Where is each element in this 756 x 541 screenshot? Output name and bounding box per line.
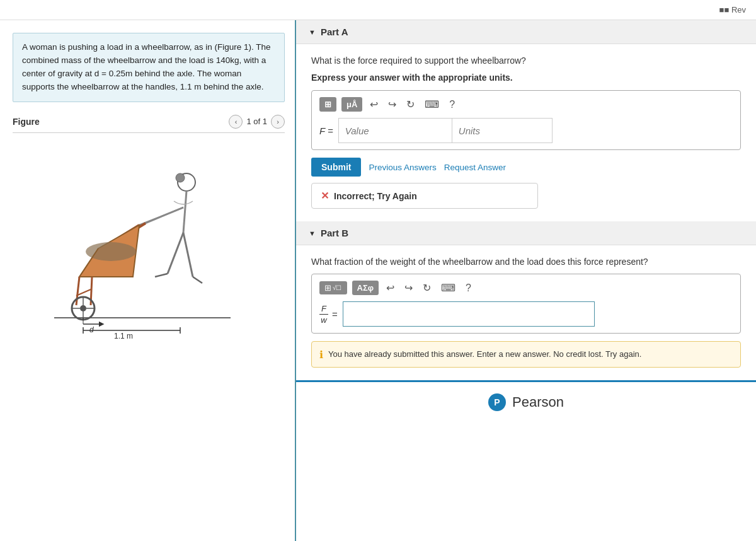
part-b-answer-box: ⊞ √☐ ΑΣφ ↩ ↪ ↻ ⌨ ? [311,274,741,334]
part-b-toolbar: ⊞ √☐ ΑΣφ ↩ ↪ ↻ ⌨ ? [319,281,733,295]
part-a-value-input[interactable] [338,118,452,143]
mu-icon: μÅ [346,100,357,109]
frac-numerator: F [321,305,326,313]
part-a-section: ▼ Part A What is the force required to s… [296,20,756,221]
frac-bar [319,314,328,315]
part-a-help-btn[interactable]: ? [447,98,457,112]
figure-title: Figure [13,117,40,127]
pearson-logo: P [488,393,506,411]
matrix-icon: ⊞ [324,100,331,109]
rev-label: ■■ Rev [719,5,746,15]
part-a-collapse-icon[interactable]: ▼ [309,28,316,36]
top-bar: ■■ Rev [0,0,756,20]
part-b-content: What fraction of the weight of the wheel… [296,245,756,380]
part-b-fraction-label: F w [319,305,328,324]
part-b-undo-btn[interactable]: ↩ [384,281,397,295]
figure-nav: ‹ 1 of 1 › [229,115,285,129]
part-a-content: What is the force required to support th… [296,44,756,221]
part-a-result-text: Incorrect; Try Again [334,191,417,201]
part-b-header: ▼ Part B [296,221,756,245]
part-a-toolbar: ⊞ μÅ ↩ ↪ ↻ ⌨ ? [319,97,733,112]
part-a-keyboard-btn[interactable]: ⌨ [422,97,442,112]
svg-line-15 [76,277,79,305]
next-figure-button[interactable]: › [271,115,285,129]
figure-section: Figure ‹ 1 of 1 › [13,115,285,541]
svg-line-8 [193,277,202,283]
svg-point-13 [86,242,136,261]
part-b-warning-text: You have already submitted this answer. … [328,348,641,361]
figure-image: d 1.1 m [13,138,285,340]
pearson-initial: P [494,397,500,407]
part-b-warning-box: ℹ You have already submitted this answer… [311,341,741,368]
part-b-title: Part B [321,228,348,238]
pearson-footer: P Pearson [296,380,756,419]
part-a-actions: Submit Previous Answers Request Answer [311,158,741,177]
part-b-matrix-icon: ⊞ [324,283,331,293]
svg-line-7 [168,233,183,274]
part-a-prev-answers-link[interactable]: Previous Answers [369,163,436,172]
prev-figure-button[interactable]: ‹ [229,115,243,129]
svg-text:1.1 m: 1.1 m [114,332,133,340]
part-a-mu-btn[interactable]: μÅ [341,97,362,112]
part-a-title: Part A [321,26,348,37]
part-a-question: What is the force required to support th… [311,54,741,67]
part-a-instruction: Express your answer with the appropriate… [311,73,741,83]
part-a-refresh-btn[interactable]: ↻ [404,97,417,112]
part-b-equals: = [332,309,338,320]
result-x-icon: ✕ [321,190,329,202]
svg-line-3 [183,191,186,233]
part-b-collapse-icon[interactable]: ▼ [309,230,316,237]
frac-denominator: w [321,316,326,324]
svg-line-5 [139,207,183,225]
svg-point-2 [176,173,185,182]
part-b-keyboard-btn[interactable]: ⌨ [438,281,458,295]
part-a-submit-button[interactable]: Submit [311,158,361,177]
part-a-header: ▼ Part A [296,20,756,44]
part-b-sigma-btn[interactable]: ΑΣφ [352,281,379,295]
part-b-refresh-btn[interactable]: ↻ [420,281,433,295]
part-a-matrix-btn[interactable]: ⊞ [319,97,336,112]
figure-count: 1 of 1 [246,117,267,126]
left-panel: A woman is pushing a load in a wheelbarr… [0,20,296,541]
part-b-section: ▼ Part B What fraction of the weight of … [296,221,756,380]
part-a-input-row: F = [319,118,733,143]
part-b-question: What fraction of the weight of the wheel… [311,255,741,269]
part-b-input-row: F w = [319,301,733,327]
wheelbarrow-svg: d 1.1 m [42,151,256,340]
figure-header: Figure ‹ 1 of 1 › [13,115,285,133]
part-a-redo-btn[interactable]: ↪ [386,97,399,112]
main-layout: A woman is pushing a load in a wheelbarr… [0,20,756,541]
part-b-help-btn[interactable]: ? [463,281,474,295]
part-a-answer-box: ⊞ μÅ ↩ ↪ ↻ ⌨ ? F = [311,90,741,150]
problem-text: A woman is pushing a load in a wheelbarr… [13,33,285,102]
part-b-answer-input[interactable] [343,301,595,327]
svg-text:d: d [89,325,94,334]
warning-icon: ℹ [319,349,323,361]
part-a-equation-label: F = [319,125,333,136]
part-b-sqrt-icon: √☐ [333,284,342,291]
part-a-result-box: ✕ Incorrect; Try Again [311,183,538,209]
part-b-redo-btn[interactable]: ↪ [402,281,415,295]
part-b-matrix-btn[interactable]: ⊞ √☐ [319,281,347,294]
svg-line-9 [155,274,168,277]
part-a-undo-btn[interactable]: ↩ [367,97,381,112]
part-a-request-answer-link[interactable]: Request Answer [444,163,506,172]
pearson-brand-text: Pearson [512,394,564,410]
right-panel: ▼ Part A What is the force required to s… [296,20,756,541]
part-b-sigma-icon: ΑΣφ [357,283,374,293]
part-a-units-input[interactable] [452,118,553,143]
svg-point-19 [80,305,86,311]
svg-line-6 [183,233,193,277]
